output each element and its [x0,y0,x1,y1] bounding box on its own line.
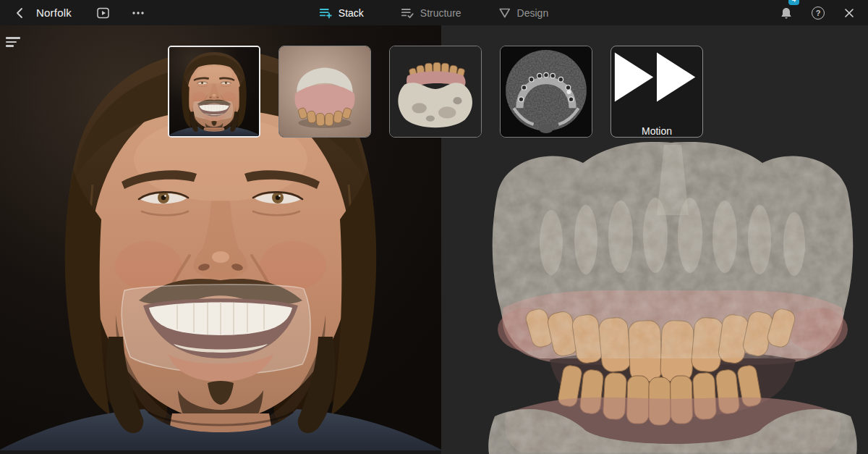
motion-label: Motion [642,125,672,137]
viewport-bottom-strip [0,450,441,454]
bell-icon [780,7,793,20]
thumbnail-patient-photo[interactable] [168,46,260,138]
thumbnail-motion[interactable]: Motion [610,46,703,138]
notifications-button[interactable]: 4 [780,0,793,25]
tab-structure[interactable]: Structure [401,7,461,19]
tab-stack[interactable]: Stack [320,7,364,19]
tab-design[interactable]: Design [499,7,549,19]
tab-label: Stack [339,7,364,19]
back-button[interactable] [9,0,30,25]
fast-forward-icon [611,46,702,108]
notification-badge: 4 [788,0,799,5]
tab-label: Design [517,7,549,19]
more-menu-button[interactable] [124,0,153,25]
menu-button[interactable] [6,33,26,51]
play-presentation-button[interactable] [89,0,118,25]
thumbnail-lower-arch-3d[interactable] [389,46,482,138]
upper-arch-render [279,46,370,137]
thumbnail-upper-arch-3d[interactable] [278,46,371,138]
cbct-axial-slice [501,46,592,137]
play-icon [97,7,110,19]
close-icon [843,7,855,19]
chevron-left-icon [16,7,23,19]
question-mark-icon: ? [812,7,825,20]
case-title: Norfolk [36,7,72,19]
ellipsis-icon [132,7,145,19]
hamburger-icon [6,37,20,39]
top-bar: Norfolk [0,0,868,25]
thumbnail-cbct-slice[interactable] [500,46,592,138]
record-thumbnails: Motion [168,46,703,138]
help-button[interactable]: ? [812,0,825,25]
tab-label: Structure [420,7,461,19]
stack-icon [320,7,332,19]
structure-icon [401,7,414,19]
design-icon [499,7,511,19]
mode-tabs: Stack Structure Design [320,0,548,25]
app-window: Norfolk [0,0,868,454]
patient-photo-thumb [169,47,259,136]
close-button[interactable] [843,0,855,25]
lower-arch-render [390,46,481,137]
